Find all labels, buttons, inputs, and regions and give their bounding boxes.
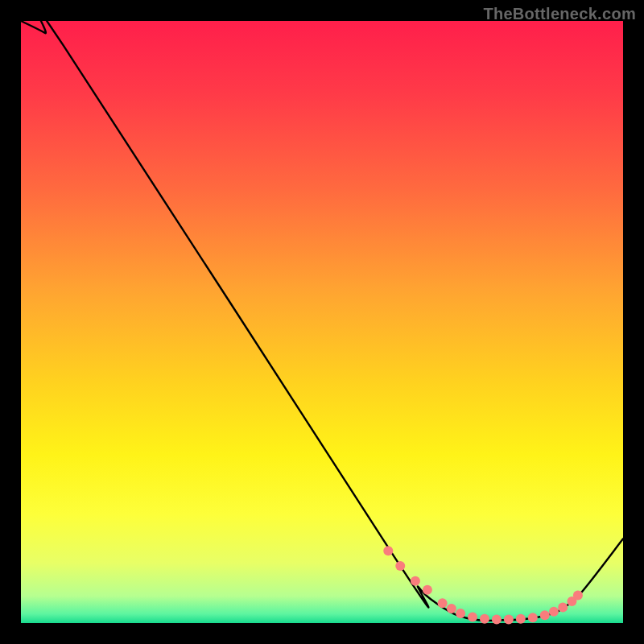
highlight-point [540, 610, 550, 620]
highlight-point [383, 546, 393, 555]
highlight-point [423, 585, 432, 595]
highlight-point [411, 576, 420, 586]
highlight-point [528, 613, 538, 622]
highlight-point [447, 604, 456, 613]
highlight-point [549, 607, 559, 617]
watermark-text: TheBottleneck.com [483, 5, 636, 23]
highlight-point [504, 615, 514, 625]
highlight-point [516, 614, 526, 624]
bottleneck-chart [0, 0, 644, 644]
highlight-point [558, 603, 568, 613]
highlight-point [395, 561, 405, 571]
highlight-point [468, 613, 477, 622]
highlight-point [573, 591, 583, 601]
highlight-point [480, 614, 489, 624]
plot-background [21, 21, 623, 623]
chart-stage: TheBottleneck.com [0, 0, 644, 644]
highlight-point [492, 615, 502, 625]
highlight-point [456, 609, 465, 618]
highlight-point [438, 598, 448, 608]
